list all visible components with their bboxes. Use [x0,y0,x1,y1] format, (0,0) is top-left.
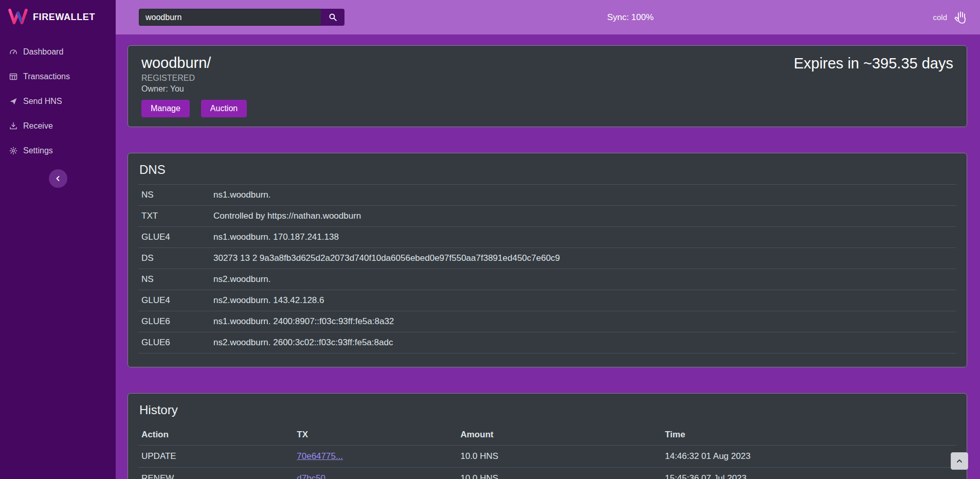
dns-record-type: NS [141,190,213,200]
dns-record-row: GLUE4ns2.woodburn. 143.42.128.6 [138,290,956,311]
auction-button[interactable]: Auction [201,100,247,117]
sidebar: FIREWALLET DashboardTransactionsSend HNS… [0,0,116,479]
history-row: RENEWd7bc50...10.0 HNS15:45:36 07 Jul 20… [138,468,956,479]
dns-record-value: ns2.woodburn. 2600:3c02::f03c:93ff:fe5a:… [213,338,953,348]
chevron-left-icon [54,174,62,183]
dns-record-type: DS [141,253,213,263]
settings-icon [9,147,17,155]
search-button[interactable] [321,9,344,26]
sidebar-item-transactions[interactable]: Transactions [0,64,116,89]
history-action: RENEW [138,468,294,479]
wallet-mode-label: cold [933,13,947,22]
manage-button[interactable]: Manage [141,100,190,117]
dns-record-row: DS30273 13 2 9a3a8fb3d625d2a2073d740f10d… [138,247,956,269]
sidebar-item-label: Settings [23,146,53,155]
history-card: History ActionTXAmountTime UPDATE70e6477… [128,393,967,479]
sidebar-item-dashboard[interactable]: Dashboard [0,40,116,64]
dns-record-type: GLUE6 [141,338,213,348]
history-amount: 10.0 HNS [457,468,662,479]
tx-link[interactable]: 70e64775... [297,451,343,461]
sidebar-item-send-hns[interactable]: Send HNS [0,89,116,114]
dns-record-value: 30273 13 2 9a3a8fb3d625d2a2073d740f10da6… [213,253,953,263]
dns-record-row: NSns2.woodburn. [138,269,956,290]
history-col-tx: TX [294,424,457,446]
dns-record-value: ns2.woodburn. [213,274,953,285]
sidebar-item-label: Send HNS [23,97,62,106]
search-icon [329,13,337,22]
history-title: History [128,394,967,424]
sidebar-item-label: Dashboard [23,47,63,57]
dns-record-type: GLUE4 [141,295,213,306]
receive-icon [9,122,17,130]
history-amount: 10.0 HNS [457,446,662,468]
app-window: FIREWALLET DashboardTransactionsSend HNS… [0,0,980,479]
dns-record-row: TXTControlled by https://nathan.woodburn [138,205,956,226]
brand[interactable]: FIREWALLET [0,0,116,34]
sidebar-item-label: Transactions [23,72,70,81]
search-group [139,9,344,26]
sidebar-item-settings[interactable]: Settings [0,138,116,163]
domain-status: REGISTERED [141,74,953,83]
dns-record-value: ns1.woodburn. 2400:8907::f03c:93ff:fe5a:… [213,316,953,327]
history-table: ActionTXAmountTime UPDATE70e64775...10.0… [138,424,956,479]
transactions-icon [9,73,17,81]
hand-logo-icon [952,9,970,26]
scroll-top-button[interactable] [951,452,968,470]
history-col-amount: Amount [457,424,662,446]
dashboard-icon [9,48,17,56]
dns-record-value: ns1.woodburn. [213,190,953,200]
dns-record-row: GLUE6ns2.woodburn. 2600:3c02::f03c:93ff:… [138,332,956,353]
domain-expiry: Expires in ~395.35 days [794,55,953,72]
main-column: Sync: 100% cold woodburn/ REGISTERED Own… [116,0,980,479]
history-col-time: Time [662,424,956,446]
dns-table: NSns1.woodburn.TXTControlled by https://… [138,184,956,353]
dns-record-type: GLUE6 [141,316,213,327]
domain-actions: Manage Auction [141,100,953,117]
main-content: woodburn/ REGISTERED Owner: You Manage A… [116,34,980,479]
firewallet-logo-icon [8,8,28,27]
sidebar-item-label: Receive [23,121,53,131]
history-time: 14:46:32 01 Aug 2023 [662,446,956,468]
history-row: UPDATE70e64775...10.0 HNS14:46:32 01 Aug… [138,446,956,468]
caret-up-icon [955,457,964,465]
sidebar-nav: DashboardTransactionsSend HNSReceiveSett… [0,34,116,163]
dns-record-value: ns1.woodburn. 170.187.241.138 [213,232,953,242]
tx-link[interactable]: d7bc50... [297,473,333,479]
sidebar-item-receive[interactable]: Receive [0,114,116,138]
sidebar-collapse-button[interactable] [49,169,67,188]
dns-record-type: NS [141,274,213,285]
dns-record-value: ns2.woodburn. 143.42.128.6 [213,295,953,306]
sync-status: Sync: 100% [607,12,654,23]
wallet-selector[interactable]: cold [933,9,970,26]
dns-card: DNS NSns1.woodburn.TXTControlled by http… [128,153,967,367]
search-input[interactable] [139,9,321,26]
topbar: Sync: 100% cold [116,0,980,34]
dns-record-row: GLUE6ns1.woodburn. 2400:8907::f03c:93ff:… [138,311,956,332]
dns-record-type: TXT [141,211,213,221]
dns-record-row: GLUE4ns1.woodburn. 170.187.241.138 [138,226,956,247]
history-header-row: ActionTXAmountTime [138,424,956,446]
dns-record-row: NSns1.woodburn. [138,184,956,205]
dns-title: DNS [128,153,967,184]
domain-owner: Owner: You [141,84,953,94]
history-time: 15:45:36 07 Jul 2023 [662,468,956,479]
domain-card: woodburn/ REGISTERED Owner: You Manage A… [128,45,967,127]
dns-record-type: GLUE4 [141,232,213,242]
send-icon [9,97,17,105]
history-action: UPDATE [138,446,294,468]
brand-name: FIREWALLET [33,12,95,23]
history-col-action: Action [138,424,294,446]
dns-record-value: Controlled by https://nathan.woodburn [213,211,953,221]
